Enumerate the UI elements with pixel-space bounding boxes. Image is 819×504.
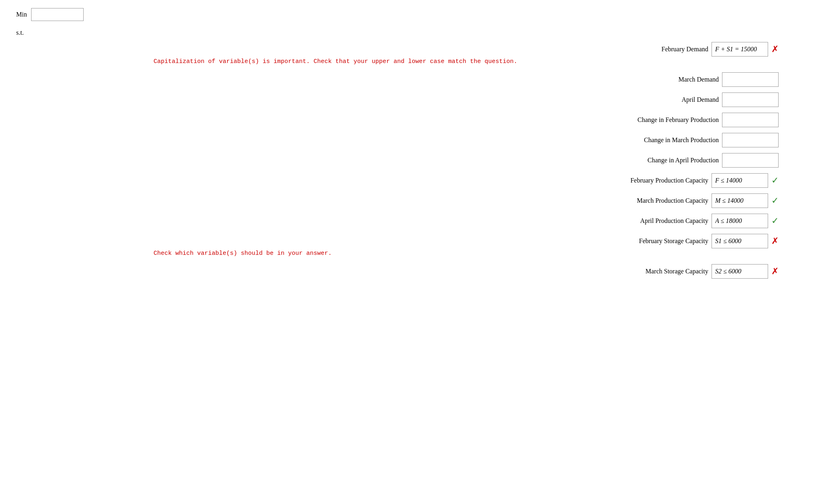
constraint-label-march-storage-cap: March Storage Capacity [603,268,708,275]
constraint-block-feb-prod-cap: February Production Capacity✓ [16,173,803,189]
cross-icon-march-storage-cap: ✗ [771,266,779,277]
constraint-label-march-demand: March Demand [614,76,719,83]
constraint-input-change-april-prod[interactable] [722,153,779,168]
constraint-block-march-prod-cap: March Production Capacity✓ [16,193,803,209]
check-icon-feb-prod-cap: ✓ [771,175,779,186]
constraint-block-change-april-prod: Change in April Production [16,153,803,168]
check-icon-march-prod-cap: ✓ [771,195,779,206]
constraint-row-feb-storage-cap: February Storage Capacity✗ [16,234,803,248]
constraint-input-feb-storage-cap[interactable] [712,234,768,248]
min-row: Min [16,8,803,21]
cross-icon-feb-storage-cap: ✗ [771,236,779,246]
constraint-row-april-demand: April Demand [16,92,803,107]
constraint-input-change-march-prod[interactable] [722,133,779,147]
constraint-label-april-demand: April Demand [614,96,719,103]
constraint-row-march-prod-cap: March Production Capacity✓ [16,193,803,208]
check-icon-april-prod-cap: ✓ [771,216,779,226]
constraint-block-april-prod-cap: April Production Capacity✓ [16,214,803,229]
constraint-block-march-demand: March Demand [16,72,803,88]
constraint-block-change-march-prod: Change in March Production [16,133,803,148]
constraints-container: February Demand✗Capitalization of variab… [16,42,803,279]
constraint-block-change-feb-prod: Change in February Production [16,113,803,128]
constraint-block-feb-demand: February Demand✗Capitalization of variab… [16,42,803,67]
constraint-input-feb-demand[interactable] [712,42,768,57]
constraint-row-change-april-prod: Change in April Production [16,153,803,168]
constraint-row-april-prod-cap: April Production Capacity✓ [16,214,803,228]
cross-icon-feb-demand: ✗ [771,44,779,55]
constraint-label-feb-demand: February Demand [603,46,708,53]
constraint-block-april-demand: April Demand [16,92,803,108]
min-input[interactable] [31,8,84,21]
constraint-row-feb-prod-cap: February Production Capacity✓ [16,173,803,188]
constraint-block-march-storage-cap: March Storage Capacity✗ [16,264,803,279]
constraint-row-change-feb-prod: Change in February Production [16,113,803,127]
constraint-label-april-prod-cap: April Production Capacity [603,217,708,225]
error-msg-feb-storage-cap: Check which variable(s) should be in you… [16,250,803,257]
constraint-row-march-storage-cap: March Storage Capacity✗ [16,264,803,279]
constraint-row-march-demand: March Demand [16,72,803,87]
constraint-row-feb-demand: February Demand✗ [16,42,803,57]
st-label: s.t. [16,29,803,36]
constraint-input-march-storage-cap[interactable] [712,264,768,279]
constraint-label-change-april-prod: Change in April Production [614,157,719,164]
constraint-input-march-demand[interactable] [722,72,779,87]
error-msg-feb-demand: Capitalization of variable(s) is importa… [16,58,803,65]
constraint-label-change-feb-prod: Change in February Production [614,116,719,124]
constraint-label-march-prod-cap: March Production Capacity [603,197,708,204]
min-label: Min [16,11,27,18]
constraint-input-change-feb-prod[interactable] [722,113,779,127]
constraint-label-feb-prod-cap: February Production Capacity [603,177,708,184]
constraint-input-feb-prod-cap[interactable] [712,173,768,188]
constraint-label-change-march-prod: Change in March Production [614,136,719,144]
constraint-label-feb-storage-cap: February Storage Capacity [603,237,708,245]
constraint-block-feb-storage-cap: February Storage Capacity✗Check which va… [16,234,803,259]
constraint-input-april-demand[interactable] [722,92,779,107]
constraint-row-change-march-prod: Change in March Production [16,133,803,147]
constraint-input-march-prod-cap[interactable] [712,193,768,208]
constraint-input-april-prod-cap[interactable] [712,214,768,228]
